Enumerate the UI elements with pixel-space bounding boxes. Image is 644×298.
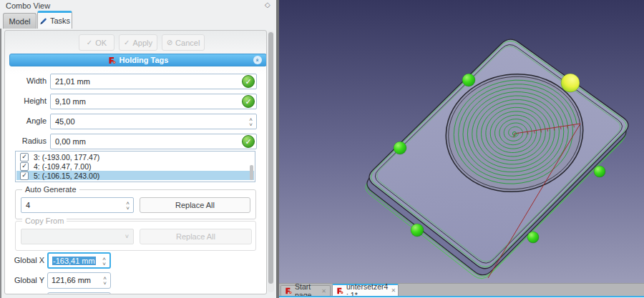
close-tab-icon[interactable]: ✕: [391, 287, 396, 294]
cancel-button[interactable]: ⊘ Cancel: [162, 34, 205, 51]
radius-value: 0,00 mm: [55, 137, 86, 146]
auto-generate-legend: Auto Generate: [22, 185, 79, 194]
task-panel: ✓ OK ✓ Apply ⊘ Cancel Holding Tags: [4, 30, 267, 294]
width-label: Width: [5, 76, 47, 85]
checkbox-checked-icon[interactable]: ✓: [20, 153, 29, 162]
radius-row: Radius 0,00 mm ✓: [5, 134, 266, 149]
ok-button[interactable]: ✓ OK: [79, 34, 114, 51]
tab-tasks[interactable]: Tasks: [37, 11, 72, 29]
height-valid-icon: ✓: [242, 95, 255, 108]
auto-generate-count-input[interactable]: 4 ˄ ˅: [21, 197, 134, 213]
radius-input[interactable]: 0,00 mm ✓: [50, 134, 257, 149]
height-label: Height: [5, 96, 47, 105]
replace-all-label: Replace All: [176, 232, 215, 241]
global-x-row: Global X -163,41 mm ˄ ˅: [5, 252, 266, 269]
global-x-spinner[interactable]: ˄ ˅: [102, 254, 106, 269]
freecad-icon: [336, 287, 343, 294]
width-value: 21,01 mm: [55, 77, 90, 86]
width-valid-icon: ✓: [242, 75, 255, 88]
panel-titlebar: Combo View ◇: [0, 0, 279, 11]
task-panel-scrollbar[interactable]: [268, 31, 274, 292]
freecad-icon: [285, 287, 292, 294]
tab-model[interactable]: Model: [3, 13, 36, 29]
copy-from-legend: Copy From: [22, 217, 67, 225]
auto-generate-group: Auto Generate 4 ˄ ˅ Replace All: [15, 189, 256, 219]
angle-input[interactable]: 45,00 ˄ ˅: [50, 114, 257, 129]
global-x-label: Global X: [5, 256, 44, 264]
scrollbar-handle[interactable]: [268, 32, 273, 284]
dialog-title: Holding Tags: [119, 56, 169, 64]
height-row: Height 9,10 mm ✓: [5, 94, 266, 109]
holding-tags-header[interactable]: Holding Tags »: [9, 54, 267, 66]
ok-check-icon: ✓: [87, 39, 92, 46]
auto-generate-replace-all-button[interactable]: Replace All: [140, 197, 250, 213]
global-y-value: 121,66 mm: [52, 276, 91, 284]
spinner-down-icon: ˅: [126, 206, 130, 211]
holding-tag-sphere-highlighted[interactable]: [561, 74, 580, 92]
cancel-label: Cancel: [175, 39, 200, 47]
copy-from-replace-all-button[interactable]: Replace All: [140, 229, 252, 244]
doc-tab-start-page[interactable]: Start page ✕: [280, 285, 331, 296]
checkbox-checked-icon[interactable]: ✓: [20, 162, 29, 171]
apply-label: Apply: [132, 39, 152, 47]
collapse-chevrons-icon: »: [255, 59, 260, 61]
holding-tag-sphere[interactable]: [411, 224, 424, 237]
tag-item-label: 3: (-193.00, 177.47): [34, 153, 99, 162]
close-tab-icon[interactable]: ✕: [321, 288, 326, 294]
global-y-spinner[interactable]: ˄ ˅: [103, 274, 107, 288]
tag-item-label: 5: (-106.15, 243.00): [34, 172, 99, 180]
copy-from-dropdown[interactable]: ˅: [21, 229, 134, 244]
checkbox-checked-icon[interactable]: ✓: [20, 172, 29, 180]
tag-list-item[interactable]: ✓ 4: (-109.47, 7.00): [16, 162, 254, 171]
dropdown-chevron-icon: ˅: [125, 233, 129, 240]
holding-tag-sphere[interactable]: [594, 166, 605, 177]
tag-list-item-selected[interactable]: ✓ 5: (-106.15, 243.00): [16, 171, 254, 180]
radius-valid-icon: ✓: [242, 135, 255, 148]
global-y-row: Global Y 121,66 mm ˄ ˅: [5, 272, 266, 289]
global-z-row-partial: ˄ ˅: [5, 292, 266, 294]
height-input[interactable]: 9,10 mm ✓: [50, 94, 257, 109]
tab-tasks-label: Tasks: [50, 16, 70, 25]
global-x-value: -163,41 mm: [52, 257, 96, 265]
copy-from-group: Copy From ˅ Replace All: [15, 221, 256, 251]
holding-tag-sphere[interactable]: [527, 232, 539, 243]
radius-label: Radius: [5, 136, 47, 145]
global-z-spinner[interactable]: ˄ ˅: [103, 294, 107, 294]
spinner-down-icon: ˅: [103, 281, 107, 286]
tag-list-item[interactable]: ✓ 3: (-193.00, 177.47): [16, 152, 254, 162]
spinner-down-icon: ˅: [249, 122, 253, 127]
angle-row: Angle 45,00 ˄ ˅: [5, 114, 266, 129]
global-x-input[interactable]: -163,41 mm ˄ ˅: [47, 252, 111, 269]
apply-check-icon: ✓: [124, 39, 130, 46]
width-row: Width 21,01 mm ✓: [5, 74, 266, 89]
ok-label: OK: [95, 39, 107, 47]
auto-generate-count-value: 4: [26, 201, 30, 209]
apply-button[interactable]: ✓ Apply: [119, 34, 157, 51]
combo-view-tabbar: Model Tasks: [0, 11, 279, 29]
document-tabbar: Start page ✕ untersetzer4 : 1* ✕: [279, 283, 644, 298]
height-value: 9,10 mm: [55, 97, 86, 106]
tag-list-scrollbar[interactable]: [250, 165, 253, 180]
task-action-row: ✓ OK ✓ Apply ⊘ Cancel: [5, 34, 266, 51]
auto-generate-spinner[interactable]: ˄ ˅: [126, 199, 130, 213]
angle-spinner[interactable]: ˄ ˅: [249, 115, 253, 129]
cancel-slash-icon: ⊘: [167, 39, 172, 46]
width-input[interactable]: 21,01 mm ✓: [50, 74, 257, 89]
task-panel-frame: ✓ OK ✓ Apply ⊘ Cancel Holding Tags: [0, 29, 278, 298]
replace-all-label: Replace All: [175, 201, 215, 209]
panel-title: Combo View: [6, 1, 50, 10]
tag-item-label: 4: (-109.47, 7.00): [34, 162, 92, 171]
collapse-button[interactable]: »: [253, 56, 262, 64]
holding-tag-sphere[interactable]: [462, 74, 475, 86]
3d-viewport[interactable]: [279, 0, 644, 283]
spinner-down-icon: ˅: [102, 262, 106, 267]
3d-scene[interactable]: [279, 0, 644, 283]
global-z-input[interactable]: ˄ ˅: [47, 292, 111, 294]
float-panel-icon[interactable]: ◇: [265, 1, 270, 9]
holding-tag-sphere[interactable]: [394, 141, 406, 154]
holding-tag-list[interactable]: ✓ 3: (-193.00, 177.47) ✓ 4: (-109.47, 7.…: [15, 151, 255, 182]
global-y-label: Global Y: [5, 276, 44, 284]
global-y-input[interactable]: 121,66 mm ˄ ˅: [47, 272, 111, 289]
doc-tab-untersetzer4[interactable]: untersetzer4 : 1* ✕: [332, 284, 399, 296]
freecad-icon: [108, 56, 116, 64]
